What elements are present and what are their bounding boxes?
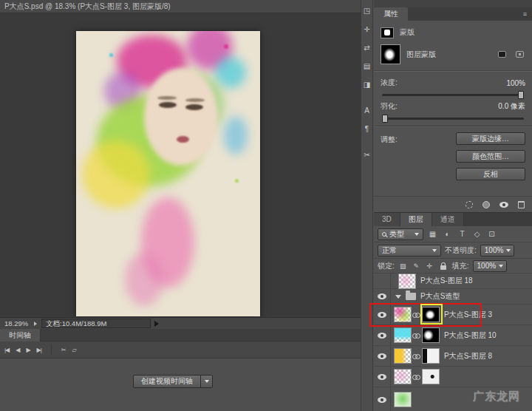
fill-value: 100% bbox=[477, 262, 497, 270]
lock-all-icon[interactable] bbox=[440, 265, 446, 270]
visibility-toggle[interactable] bbox=[374, 325, 391, 345]
visibility-toggle[interactable] bbox=[374, 387, 391, 411]
document-size-text: 文档:10.4M/188.9M bbox=[46, 319, 106, 327]
panel-menu-icon[interactable]: ≡ bbox=[523, 10, 528, 18]
layer-filter-row: 类型 ▦ ◐ T ◇ ⊡ bbox=[374, 226, 532, 242]
type-layer-filter-icon[interactable]: T bbox=[457, 230, 468, 238]
layer-mask-thumbnail[interactable] bbox=[422, 327, 440, 343]
visibility-toggle[interactable] bbox=[374, 367, 391, 387]
create-video-timeline-button[interactable]: 创建视频时间轴 bbox=[133, 375, 201, 388]
styles-panel-icon[interactable]: ◨ bbox=[361, 77, 373, 93]
feather-slider-knob[interactable] bbox=[382, 115, 388, 123]
select-pixel-mask-button[interactable] bbox=[496, 50, 508, 59]
divider bbox=[51, 344, 52, 355]
status-bar: 18.29% 文档:10.4M/188.9M bbox=[0, 317, 361, 329]
layer-mask-thumbnail[interactable] bbox=[422, 369, 440, 384]
tool-presets-panel-icon[interactable]: ✂ bbox=[361, 147, 373, 163]
character-panel-icon[interactable]: A bbox=[361, 103, 373, 119]
tab-timeline[interactable]: 时间轴 bbox=[0, 329, 41, 342]
visibility-toggle[interactable] bbox=[374, 305, 391, 325]
layer-mask-thumbnail[interactable] bbox=[422, 348, 440, 364]
layer-mask-thumbnail[interactable] bbox=[381, 44, 400, 64]
eye-icon bbox=[378, 312, 386, 318]
lock-position-icon[interactable]: ✛ bbox=[425, 262, 434, 270]
visibility-toggle[interactable] bbox=[374, 274, 391, 288]
paragraph-panel-icon[interactable]: ¶ bbox=[361, 121, 373, 137]
pixel-layer-filter-icon[interactable]: ▦ bbox=[427, 230, 438, 238]
actions-panel-icon[interactable]: ⇄ bbox=[361, 40, 373, 56]
zoom-level[interactable]: 18.29% bbox=[0, 319, 34, 327]
layer-row[interactable]: P大点S-图层 18 bbox=[374, 274, 532, 289]
density-slider[interactable] bbox=[382, 94, 524, 96]
play-button[interactable]: ▶ bbox=[26, 347, 30, 353]
tab-channels[interactable]: 通道 bbox=[432, 213, 464, 226]
layer-thumbnail[interactable] bbox=[394, 327, 412, 343]
adjustments-panel-icon[interactable]: ▤ bbox=[361, 58, 373, 75]
feather-slider[interactable] bbox=[382, 118, 524, 120]
watercolor-portrait-artwork[interactable] bbox=[76, 31, 260, 316]
layer-thumbnail[interactable] bbox=[394, 392, 412, 407]
color-range-button[interactable]: 颜色范围… bbox=[456, 150, 525, 163]
timeline-type-dropdown[interactable] bbox=[201, 375, 213, 388]
next-frame-button[interactable]: ▶| bbox=[37, 347, 41, 353]
layer-row[interactable]: P大点S-图层 8 bbox=[374, 346, 532, 367]
transition-button[interactable]: ▱ bbox=[72, 347, 75, 353]
add-vector-mask-button[interactable] bbox=[514, 50, 525, 59]
visibility-toggle[interactable] bbox=[374, 289, 391, 304]
invert-button[interactable]: 反相 bbox=[456, 168, 525, 180]
smart-object-filter-icon[interactable]: ⊡ bbox=[486, 230, 497, 238]
layer-thumbnail[interactable] bbox=[394, 369, 412, 384]
first-frame-button[interactable]: |◀ bbox=[4, 347, 9, 353]
fill-dropdown[interactable]: 100% bbox=[473, 260, 507, 272]
density-value[interactable]: 100% bbox=[506, 79, 525, 87]
layer-thumbnail[interactable] bbox=[398, 274, 416, 289]
feather-value[interactable]: 0.0 像素 bbox=[498, 101, 525, 112]
disclosure-triangle-icon[interactable] bbox=[395, 295, 401, 299]
previous-frame-button[interactable]: ◀ bbox=[16, 347, 19, 353]
zoom-flyout-arrow-icon bbox=[34, 322, 37, 326]
layer-name[interactable]: P大点S-图层 8 bbox=[444, 351, 492, 361]
lock-image-pixels-icon[interactable]: ✎ bbox=[412, 262, 421, 270]
group-name[interactable]: P大点S造型 bbox=[420, 291, 460, 302]
load-selection-from-mask-icon[interactable] bbox=[466, 201, 473, 208]
tab-layers[interactable]: 图层 bbox=[400, 213, 432, 226]
mask-edge-button[interactable]: 蒙版边缘… bbox=[456, 132, 525, 145]
layer-thumbnail[interactable] bbox=[394, 348, 412, 364]
canvas-area[interactable] bbox=[0, 13, 361, 317]
paint-splatter bbox=[109, 53, 113, 57]
status-options-arrow-icon[interactable] bbox=[154, 321, 159, 327]
layer-row-selected[interactable]: P大点S-图层 3 bbox=[374, 305, 532, 325]
layer-row[interactable]: P大点S-图层 10 bbox=[374, 325, 532, 346]
layer-mask-thumbnail[interactable] bbox=[422, 307, 440, 322]
split-clip-button[interactable]: ✂ bbox=[61, 347, 66, 353]
chevron-down-icon bbox=[205, 380, 209, 383]
opacity-dropdown[interactable]: 100% bbox=[480, 245, 514, 257]
mask-link-icon bbox=[412, 311, 421, 319]
tab-3d[interactable]: 3D bbox=[374, 213, 400, 226]
layers-tab-bar: 3D 图层 通道 bbox=[374, 213, 532, 226]
layer-thumbnail[interactable] bbox=[394, 307, 412, 322]
paint-blob bbox=[125, 253, 163, 306]
clone-source-panel-icon[interactable]: ✛ bbox=[361, 21, 373, 38]
layer-name[interactable]: P大点S-图层 10 bbox=[444, 330, 497, 341]
enable-mask-icon[interactable] bbox=[499, 202, 508, 208]
lock-row: 锁定: ▨ ✎ ✛ 填充: 100% bbox=[374, 259, 532, 274]
adjust-label: 调整: bbox=[381, 132, 398, 186]
delete-mask-icon[interactable] bbox=[518, 201, 525, 208]
layer-name[interactable]: P大点S-图层 18 bbox=[420, 276, 473, 286]
filter-kind-dropdown[interactable]: 类型 bbox=[378, 228, 423, 240]
lock-transparent-pixels-icon[interactable]: ▨ bbox=[398, 262, 408, 270]
layer-mask-label: 图层蒙版 bbox=[406, 50, 490, 60]
apply-mask-icon[interactable] bbox=[482, 201, 490, 208]
adjustment-layer-filter-icon[interactable]: ◐ bbox=[442, 230, 453, 238]
layer-name[interactable]: P大点S-图层 3 bbox=[444, 310, 492, 320]
document-title-bar[interactable]: P大点S.psd @ 18.3% (P大点S-图层 3, 图层蒙版/8) bbox=[0, 0, 361, 13]
shape-layer-filter-icon[interactable]: ◇ bbox=[471, 230, 482, 238]
density-slider-knob[interactable] bbox=[518, 91, 524, 99]
blend-mode-dropdown[interactable]: 正常 bbox=[378, 245, 441, 257]
visibility-toggle[interactable] bbox=[374, 346, 391, 366]
layer-group-row[interactable]: P大点S造型 bbox=[374, 289, 532, 305]
layer-row[interactable] bbox=[374, 367, 532, 387]
tab-properties[interactable]: 属性 bbox=[374, 7, 408, 21]
history-panel-icon[interactable]: ◳ bbox=[361, 3, 373, 19]
